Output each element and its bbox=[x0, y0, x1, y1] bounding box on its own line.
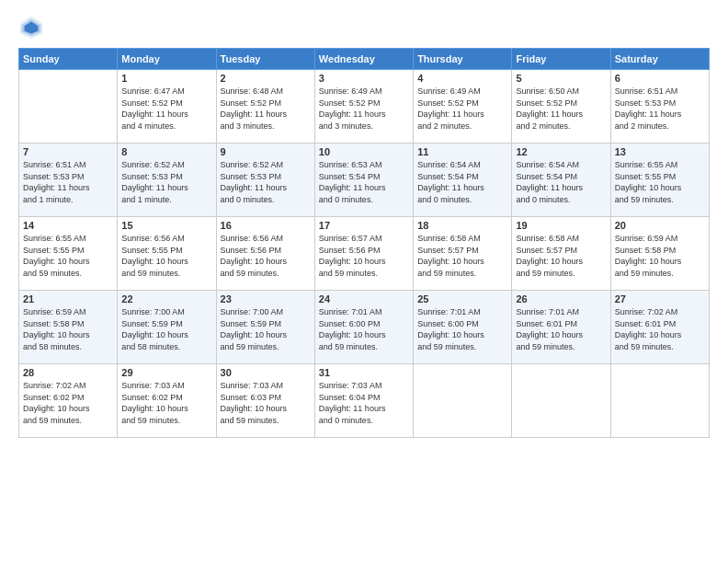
calendar-cell bbox=[19, 70, 118, 144]
day-number: 9 bbox=[221, 146, 311, 157]
day-number: 27 bbox=[615, 293, 705, 304]
week-row-0: 1Sunrise: 6:47 AMSunset: 5:52 PMDaylight… bbox=[19, 70, 710, 144]
day-number: 31 bbox=[319, 367, 409, 378]
day-number: 1 bbox=[121, 73, 211, 84]
day-number: 5 bbox=[516, 73, 606, 84]
col-header-wednesday: Wednesday bbox=[314, 49, 413, 70]
cell-info: Sunrise: 6:56 AMSunset: 5:55 PMDaylight:… bbox=[121, 233, 211, 279]
calendar-cell: 16Sunrise: 6:56 AMSunset: 5:56 PMDayligh… bbox=[216, 217, 314, 291]
calendar-cell: 11Sunrise: 6:54 AMSunset: 5:54 PMDayligh… bbox=[414, 144, 512, 217]
col-header-sunday: Sunday bbox=[19, 49, 118, 70]
cell-info: Sunrise: 6:52 AMSunset: 5:53 PMDaylight:… bbox=[121, 159, 211, 205]
day-number: 28 bbox=[23, 367, 113, 378]
cell-info: Sunrise: 6:55 AMSunset: 5:55 PMDaylight:… bbox=[23, 233, 113, 279]
calendar-cell: 17Sunrise: 6:57 AMSunset: 5:56 PMDayligh… bbox=[314, 217, 413, 291]
day-number: 8 bbox=[121, 146, 211, 157]
day-number: 4 bbox=[417, 73, 507, 84]
day-number: 13 bbox=[615, 146, 705, 157]
calendar-cell bbox=[512, 364, 610, 438]
calendar-cell: 12Sunrise: 6:54 AMSunset: 5:54 PMDayligh… bbox=[512, 144, 610, 217]
cell-info: Sunrise: 7:01 AMSunset: 6:00 PMDaylight:… bbox=[417, 306, 507, 352]
calendar-cell: 5Sunrise: 6:50 AMSunset: 5:52 PMDaylight… bbox=[512, 70, 610, 144]
cell-info: Sunrise: 6:52 AMSunset: 5:53 PMDaylight:… bbox=[221, 159, 311, 205]
day-number: 21 bbox=[23, 293, 113, 304]
calendar-cell bbox=[610, 364, 709, 438]
cell-info: Sunrise: 6:55 AMSunset: 5:55 PMDaylight:… bbox=[615, 159, 705, 205]
cell-info: Sunrise: 6:59 AMSunset: 5:58 PMDaylight:… bbox=[615, 233, 705, 279]
cell-info: Sunrise: 6:57 AMSunset: 5:56 PMDaylight:… bbox=[319, 233, 409, 279]
cell-info: Sunrise: 6:54 AMSunset: 5:54 PMDaylight:… bbox=[516, 159, 606, 205]
cell-info: Sunrise: 7:00 AMSunset: 5:59 PMDaylight:… bbox=[221, 306, 311, 352]
calendar-cell: 6Sunrise: 6:51 AMSunset: 5:53 PMDaylight… bbox=[610, 70, 709, 144]
calendar-cell: 13Sunrise: 6:55 AMSunset: 5:55 PMDayligh… bbox=[610, 144, 709, 217]
day-number: 20 bbox=[615, 220, 705, 231]
page: SundayMondayTuesdayWednesdayThursdayFrid… bbox=[0, 0, 728, 563]
day-number: 3 bbox=[319, 73, 409, 84]
week-row-3: 21Sunrise: 6:59 AMSunset: 5:58 PMDayligh… bbox=[19, 291, 710, 364]
cell-info: Sunrise: 7:01 AMSunset: 6:00 PMDaylight:… bbox=[319, 306, 409, 352]
calendar-cell: 1Sunrise: 6:47 AMSunset: 5:52 PMDaylight… bbox=[118, 70, 216, 144]
header bbox=[18, 15, 710, 40]
cell-info: Sunrise: 6:58 AMSunset: 5:57 PMDaylight:… bbox=[417, 233, 507, 279]
calendar-cell: 27Sunrise: 7:02 AMSunset: 6:01 PMDayligh… bbox=[610, 291, 709, 364]
day-number: 30 bbox=[221, 367, 311, 378]
day-number: 15 bbox=[121, 220, 211, 231]
day-number: 26 bbox=[516, 293, 606, 304]
day-number: 18 bbox=[417, 220, 507, 231]
day-number: 23 bbox=[221, 293, 311, 304]
cell-info: Sunrise: 7:03 AMSunset: 6:03 PMDaylight:… bbox=[221, 380, 311, 426]
day-number: 25 bbox=[417, 293, 507, 304]
calendar-cell: 31Sunrise: 7:03 AMSunset: 6:04 PMDayligh… bbox=[314, 364, 413, 438]
calendar-cell: 7Sunrise: 6:51 AMSunset: 5:53 PMDaylight… bbox=[19, 144, 118, 217]
day-number: 10 bbox=[319, 146, 409, 157]
cell-info: Sunrise: 6:49 AMSunset: 5:52 PMDaylight:… bbox=[319, 86, 409, 132]
cell-info: Sunrise: 7:02 AMSunset: 6:02 PMDaylight:… bbox=[23, 380, 113, 426]
day-number: 29 bbox=[121, 367, 211, 378]
calendar-cell: 3Sunrise: 6:49 AMSunset: 5:52 PMDaylight… bbox=[314, 70, 413, 144]
calendar-cell: 19Sunrise: 6:58 AMSunset: 5:57 PMDayligh… bbox=[512, 217, 610, 291]
calendar-cell: 21Sunrise: 6:59 AMSunset: 5:58 PMDayligh… bbox=[19, 291, 118, 364]
calendar-cell: 4Sunrise: 6:49 AMSunset: 5:52 PMDaylight… bbox=[414, 70, 512, 144]
calendar-cell: 28Sunrise: 7:02 AMSunset: 6:02 PMDayligh… bbox=[19, 364, 118, 438]
cell-info: Sunrise: 7:03 AMSunset: 6:02 PMDaylight:… bbox=[121, 380, 211, 426]
calendar-cell: 29Sunrise: 7:03 AMSunset: 6:02 PMDayligh… bbox=[118, 364, 216, 438]
cell-info: Sunrise: 6:58 AMSunset: 5:57 PMDaylight:… bbox=[516, 233, 606, 279]
col-header-saturday: Saturday bbox=[610, 49, 709, 70]
calendar-cell: 24Sunrise: 7:01 AMSunset: 6:00 PMDayligh… bbox=[314, 291, 413, 364]
cell-info: Sunrise: 6:49 AMSunset: 5:52 PMDaylight:… bbox=[417, 86, 507, 132]
cell-info: Sunrise: 6:50 AMSunset: 5:52 PMDaylight:… bbox=[516, 86, 606, 132]
week-row-1: 7Sunrise: 6:51 AMSunset: 5:53 PMDaylight… bbox=[19, 144, 710, 217]
col-header-monday: Monday bbox=[118, 49, 216, 70]
col-header-friday: Friday bbox=[512, 49, 610, 70]
calendar-table: SundayMondayTuesdayWednesdayThursdayFrid… bbox=[18, 48, 710, 438]
header-row: SundayMondayTuesdayWednesdayThursdayFrid… bbox=[19, 49, 710, 70]
day-number: 2 bbox=[221, 73, 311, 84]
cell-info: Sunrise: 7:01 AMSunset: 6:01 PMDaylight:… bbox=[516, 306, 606, 352]
cell-info: Sunrise: 7:03 AMSunset: 6:04 PMDaylight:… bbox=[319, 380, 409, 426]
calendar-cell bbox=[414, 364, 512, 438]
week-row-4: 28Sunrise: 7:02 AMSunset: 6:02 PMDayligh… bbox=[19, 364, 710, 438]
calendar-cell: 9Sunrise: 6:52 AMSunset: 5:53 PMDaylight… bbox=[216, 144, 314, 217]
col-header-tuesday: Tuesday bbox=[216, 49, 314, 70]
cell-info: Sunrise: 7:02 AMSunset: 6:01 PMDaylight:… bbox=[615, 306, 705, 352]
calendar-cell: 25Sunrise: 7:01 AMSunset: 6:00 PMDayligh… bbox=[414, 291, 512, 364]
day-number: 22 bbox=[121, 293, 211, 304]
logo bbox=[18, 15, 48, 40]
col-header-thursday: Thursday bbox=[414, 49, 512, 70]
day-number: 11 bbox=[417, 146, 507, 157]
calendar-cell: 26Sunrise: 7:01 AMSunset: 6:01 PMDayligh… bbox=[512, 291, 610, 364]
calendar-cell: 8Sunrise: 6:52 AMSunset: 5:53 PMDaylight… bbox=[118, 144, 216, 217]
calendar-cell: 2Sunrise: 6:48 AMSunset: 5:52 PMDaylight… bbox=[216, 70, 314, 144]
calendar-cell: 20Sunrise: 6:59 AMSunset: 5:58 PMDayligh… bbox=[610, 217, 709, 291]
day-number: 6 bbox=[615, 73, 705, 84]
day-number: 16 bbox=[221, 220, 311, 231]
day-number: 14 bbox=[23, 220, 113, 231]
cell-info: Sunrise: 6:53 AMSunset: 5:54 PMDaylight:… bbox=[319, 159, 409, 205]
calendar-cell: 30Sunrise: 7:03 AMSunset: 6:03 PMDayligh… bbox=[216, 364, 314, 438]
day-number: 24 bbox=[319, 293, 409, 304]
cell-info: Sunrise: 6:51 AMSunset: 5:53 PMDaylight:… bbox=[615, 86, 705, 132]
day-number: 17 bbox=[319, 220, 409, 231]
cell-info: Sunrise: 6:56 AMSunset: 5:56 PMDaylight:… bbox=[221, 233, 311, 279]
day-number: 7 bbox=[23, 146, 113, 157]
calendar-cell: 14Sunrise: 6:55 AMSunset: 5:55 PMDayligh… bbox=[19, 217, 118, 291]
